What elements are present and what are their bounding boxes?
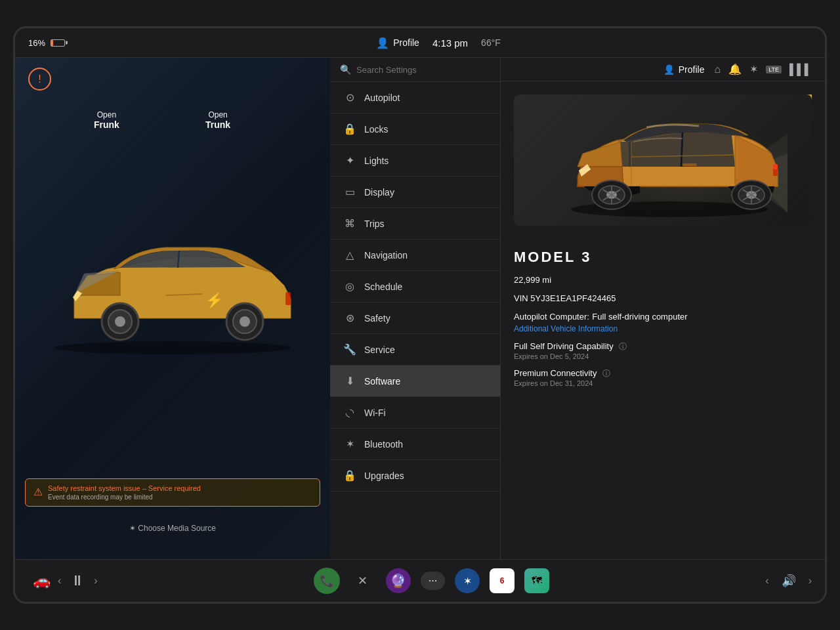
settings-menu: 🔍 ⊙ Autopilot 🔒 Locks ✦ Lights ▭ Display… — [330, 58, 501, 559]
temp-display: 66°F — [481, 37, 501, 48]
menu-label-navigation: Navigation — [364, 250, 408, 261]
car-showcase: HENNESSY — [501, 81, 825, 239]
bluetooth-header-icon[interactable]: ✶ — [749, 63, 758, 75]
menu-label-display: Display — [364, 187, 394, 198]
profile-user-icon: 👤 — [663, 64, 675, 75]
menu-item-service[interactable]: 🔧 Service — [330, 334, 500, 366]
svg-point-7 — [240, 316, 250, 327]
taskbar-center: 📞 ✕ 🔮 ··· ✶ 6 🗺 — [98, 568, 766, 594]
svg-rect-8 — [285, 292, 291, 305]
menu-label-safety: Safety — [364, 313, 390, 324]
menu-item-wifi[interactable]: ◟◝ Wi-Fi — [330, 397, 500, 429]
right-header: 👤 Profile ⌂ 🔔 ✶ LTE ▌▌▌ — [501, 58, 825, 81]
menu-label-trips: Trips — [364, 219, 385, 229]
header-profile-button[interactable]: 👤 Profile — [663, 64, 705, 75]
maps-icon[interactable]: 🗺 — [524, 568, 549, 593]
lte-badge: LTE — [766, 66, 782, 74]
safety-icon: ⊛ — [343, 312, 356, 324]
profile-button[interactable]: 👤 Profile — [376, 37, 419, 49]
connectivity-expires: Expires on Dec 31, 2024 — [514, 379, 812, 387]
time-display: 4:13 pm — [432, 37, 468, 49]
vin-value: 5YJ3E1EA1PF424465 — [530, 293, 616, 303]
upgrades-icon: 🔒 — [343, 469, 356, 482]
media-bar-icon[interactable]: ⏸ — [64, 568, 91, 594]
taskbar-nav-next[interactable]: › — [808, 575, 812, 587]
top-status-bar: 16% 👤 Profile 4:13 pm 66°F — [15, 28, 825, 58]
signal-icon: ▌▌▌ — [789, 64, 812, 75]
alert-box: ⚠ Safety restraint system issue – Servic… — [25, 478, 320, 507]
main-content: ! Open Frunk Open Trunk — [15, 58, 825, 559]
bluetooth-taskbar-icon[interactable]: ✶ — [455, 568, 480, 593]
menu-label-upgrades: Upgrades — [364, 471, 404, 481]
service-icon: 🔧 — [343, 343, 356, 356]
autopilot-label: Autopilot Computer: — [514, 312, 589, 322]
media-circle-icon[interactable]: 🔮 — [386, 568, 411, 593]
taskbar-right: ‹ 🔊 › — [765, 568, 812, 594]
search-icon: 🔍 — [340, 64, 351, 75]
menu-label-wifi: Wi-Fi — [364, 408, 386, 418]
search-input[interactable] — [356, 65, 490, 75]
menu-item-schedule[interactable]: ◎ Schedule — [330, 271, 500, 303]
search-bar[interactable]: 🔍 — [330, 58, 500, 82]
volume-icon[interactable]: 🔊 — [776, 568, 802, 594]
fsd-label: Full Self Driving Capability — [514, 341, 614, 351]
menu-item-trips[interactable]: ⌘ Trips — [330, 208, 500, 240]
battery-icon — [51, 39, 65, 47]
calendar-icon[interactable]: 6 — [490, 568, 514, 593]
additional-info-link[interactable]: Additional Vehicle Information — [514, 324, 812, 333]
menu-item-navigation[interactable]: △ Navigation — [330, 240, 500, 271]
menu-label-schedule: Schedule — [364, 282, 402, 292]
menu-item-safety[interactable]: ⊛ Safety — [330, 303, 500, 334]
nav-left-arrow[interactable]: ‹ — [58, 575, 61, 587]
connectivity-row: Premium Connectivity ⓘ Expires on Dec 31… — [514, 367, 812, 387]
menu-item-locks[interactable]: 🔒 Locks — [330, 114, 500, 145]
home-icon[interactable]: ⌂ — [714, 64, 721, 75]
trips-icon: ⌘ — [343, 217, 356, 230]
car-3d-display — [514, 94, 812, 226]
svg-point-0 — [54, 341, 291, 354]
menu-item-autopilot[interactable]: ⊙ Autopilot — [330, 82, 500, 114]
menu-item-software[interactable]: ⬇ Software — [330, 366, 500, 397]
locks-icon: 🔒 — [343, 123, 356, 135]
wifi-icon: ◟◝ — [343, 406, 356, 419]
menu-label-service: Service — [364, 345, 395, 355]
autopilot-icon: ⊙ — [343, 91, 356, 104]
alert-icon: ⚠ — [33, 486, 43, 498]
taskbar-left: 🚗 ‹ ⏸ › — [28, 568, 98, 594]
bell-icon[interactable]: 🔔 — [728, 63, 742, 75]
car-3d-svg — [538, 101, 788, 219]
menu-label-bluetooth: Bluetooth — [364, 439, 403, 450]
vin-row: VIN 5YJ3E1EA1PF424465 — [514, 292, 812, 304]
lights-icon: ✦ — [343, 154, 356, 167]
phone-button[interactable]: 📞 — [314, 568, 340, 594]
profile-label: Profile — [393, 37, 419, 48]
fsd-info-icon: ⓘ — [619, 342, 627, 351]
menu-item-lights[interactable]: ✦ Lights — [330, 145, 500, 177]
bottom-taskbar: 🚗 ‹ ⏸ › 📞 ✕ 🔮 ··· ✶ 6 🗺 ‹ 🔊 › — [15, 559, 825, 602]
header-profile-label: Profile — [679, 64, 705, 75]
tpms-warning-icon: ! — [28, 68, 51, 91]
menu-item-display[interactable]: ▭ Display — [330, 177, 500, 208]
bluetooth-icon: ✶ — [343, 438, 356, 450]
vehicle-info: MODEL 3 22,999 mi VIN 5YJ3E1EA1PF424465 … — [501, 239, 825, 404]
menu-item-upgrades[interactable]: 🔒 Upgrades — [330, 460, 500, 492]
header-icons: ⌂ 🔔 ✶ LTE ▌▌▌ — [714, 63, 812, 75]
schedule-icon: ◎ — [343, 280, 356, 293]
vin-label: VIN — [514, 293, 530, 303]
menu-label-software: Software — [364, 376, 400, 387]
menu-item-bluetooth[interactable]: ✶ Bluetooth — [330, 429, 500, 460]
connectivity-label: Premium Connectivity — [514, 368, 597, 378]
alert-subtitle: Event data recording may be limited — [48, 494, 201, 501]
left-panel: ! Open Frunk Open Trunk — [15, 58, 330, 559]
media-source[interactable]: ✶ Choose Media Source — [129, 524, 216, 533]
model-name: MODEL 3 — [514, 249, 812, 266]
close-button[interactable]: ✕ — [350, 568, 376, 594]
car-home-icon[interactable]: 🚗 — [28, 568, 54, 594]
navigation-icon: △ — [343, 249, 356, 261]
battery-percentage: 16% — [28, 38, 45, 48]
more-options-button[interactable]: ··· — [421, 572, 445, 590]
alert-title: Safety restraint system issue – Service … — [48, 484, 201, 492]
taskbar-nav-prev[interactable]: ‹ — [765, 575, 768, 587]
display-icon: ▭ — [343, 186, 356, 198]
menu-label-autopilot: Autopilot — [364, 93, 400, 103]
